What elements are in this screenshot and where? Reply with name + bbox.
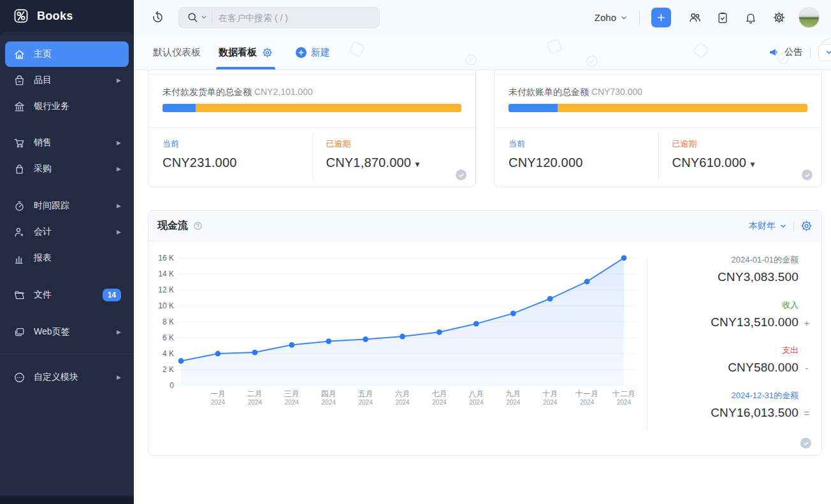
- unpaid-invoices-breakdown: 当前 CNY231.000 已逾期 CNY1,870.000▼: [148, 127, 475, 187]
- sidebar-item-items[interactable]: 品目 ▶: [5, 68, 129, 93]
- history-icon[interactable]: [150, 11, 164, 25]
- search-icon[interactable]: [186, 11, 199, 24]
- sidebar-item-home[interactable]: 主页: [5, 41, 129, 67]
- svg-text:4 K: 4 K: [163, 349, 174, 358]
- unpaid-bills-progress[interactable]: [509, 104, 807, 112]
- sidebar-item-documents[interactable]: 文件 14: [5, 282, 129, 308]
- collapse-panel-button[interactable]: [818, 44, 831, 61]
- help-question-icon[interactable]: [193, 221, 203, 231]
- tab-default-dashboard[interactable]: 默认仪表板: [144, 35, 210, 69]
- closing-balance-label: 2024-12-31的金额: [732, 390, 799, 401]
- documents-count-badge: 14: [103, 289, 121, 301]
- plus-circle-icon: [296, 47, 307, 58]
- bell-icon[interactable]: [744, 11, 758, 25]
- header-divider: [793, 221, 794, 231]
- overdue-label: 已逾期: [672, 138, 808, 150]
- gear-icon[interactable]: [772, 11, 786, 25]
- outgoing-value: CNY580.000: [728, 361, 798, 375]
- clipboard-check-icon[interactable]: [716, 11, 730, 25]
- svg-text:十二月: 十二月: [612, 389, 635, 398]
- menu-divider: [0, 354, 134, 354]
- books-logo-icon: [13, 8, 29, 24]
- purchases-bag-icon: [13, 162, 25, 175]
- announcements-label: 公告: [784, 47, 802, 58]
- sidebar-item-label: 文件: [34, 289, 52, 301]
- org-selector[interactable]: Zoho: [595, 12, 628, 23]
- outgoing-label: 支出: [782, 345, 798, 356]
- folder-icon: [13, 289, 25, 301]
- sidebar-item-label: 会计: [34, 226, 52, 238]
- card-top-divider: [148, 70, 476, 75]
- check-circle-icon[interactable]: [800, 438, 811, 449]
- overdue-value-dropdown[interactable]: CNY1,870.000▼: [326, 155, 462, 170]
- check-circle-icon[interactable]: [802, 169, 813, 180]
- search-divider: [212, 11, 212, 24]
- accountant-icon: [13, 226, 25, 238]
- svg-text:2024: 2024: [543, 399, 558, 406]
- card-top-divider: [494, 70, 822, 75]
- decor-shape: ✓: [586, 55, 598, 67]
- sidebar-item-reports[interactable]: 报表: [5, 245, 129, 271]
- sidebar-item-label: 采购: [34, 163, 52, 175]
- active-tab-underline: [216, 67, 275, 69]
- svg-text:2024: 2024: [285, 399, 300, 406]
- triangle-down-icon: ▼: [749, 160, 756, 169]
- opening-balance-label: 2024-01-01的金额: [732, 254, 799, 266]
- sidebar-item-accountant[interactable]: 会计 ▶: [5, 219, 129, 245]
- sidebar-item-purchases[interactable]: 采购 ▶: [5, 156, 129, 182]
- svg-text:2024: 2024: [506, 399, 521, 406]
- current-column: 当前 CNY120.000: [495, 128, 658, 187]
- opening-balance-value: CNY3,083.500: [718, 270, 798, 284]
- sidebar-item-banking[interactable]: 银行业务: [5, 94, 129, 119]
- overdue-column: 已逾期 CNY1,870.000▼: [312, 128, 476, 187]
- cart-icon: [13, 136, 25, 149]
- svg-text:2024: 2024: [395, 399, 410, 406]
- sidebar-item-custom-modules[interactable]: 自定义模块 ▶: [5, 364, 129, 390]
- announcements-button[interactable]: 公告: [769, 47, 802, 58]
- sidebar-footer-bar: [0, 496, 134, 504]
- svg-text:四月: 四月: [321, 389, 336, 398]
- plus-sign: +: [798, 317, 815, 328]
- tab-data-dashboard[interactable]: 数据看板: [210, 35, 282, 69]
- decor-shape: ✓: [465, 54, 477, 66]
- svg-text:2024: 2024: [580, 399, 595, 406]
- cashflow-body: 02 K4 K6 K8 K10 K12 K14 K16 K一月2024二月202…: [148, 241, 821, 455]
- check-circle-icon[interactable]: [456, 169, 466, 180]
- sidebar-item-web-tabs[interactable]: Web页签 ▶: [5, 319, 129, 345]
- chevron-right-icon: ▶: [117, 140, 121, 146]
- sidebar-item-sales[interactable]: 销售 ▶: [5, 130, 129, 155]
- avatar[interactable]: [798, 7, 820, 28]
- unpaid-bills-card: 未付款账单的总金额 CNY730.000 当前 CNY120.000: [494, 70, 822, 187]
- incoming-value: CNY13,510.000: [711, 315, 798, 329]
- sidebar-item-time-tracking[interactable]: 时间跟踪 ▶: [5, 193, 129, 219]
- column-divider: [312, 133, 313, 180]
- quick-create-button[interactable]: [651, 8, 671, 27]
- search-input[interactable]: [178, 7, 380, 28]
- svg-text:一月: 一月: [210, 389, 226, 398]
- cashflow-chart[interactable]: 02 K4 K6 K8 K10 K12 K14 K16 K一月2024二月202…: [152, 247, 649, 425]
- app-window: Books 主页 品目 ▶: [0, 0, 831, 504]
- sidebar-item-label: 主页: [34, 48, 52, 60]
- svg-text:10 K: 10 K: [158, 301, 174, 310]
- sidebar-item-label: 银行业务: [34, 101, 69, 112]
- tab-label: 默认仪表板: [153, 47, 201, 59]
- cashflow-settings-gear-icon[interactable]: [800, 220, 813, 232]
- svg-text:九月: 九月: [505, 389, 521, 398]
- app-logo[interactable]: Books: [0, 0, 134, 32]
- invoice-progress-current: [163, 104, 196, 112]
- new-dashboard-button[interactable]: 新建: [296, 47, 330, 59]
- unpaid-bills-total: CNY730.000: [591, 87, 642, 97]
- unpaid-bills-title: 未付款账单的总金额: [509, 87, 589, 97]
- sidebar-item-label: 自定义模块: [34, 371, 78, 383]
- period-selector[interactable]: 本财年: [749, 220, 787, 232]
- subnav-divider: [810, 47, 811, 58]
- current-value: CNY120.000: [509, 155, 644, 170]
- svg-text:三月: 三月: [284, 389, 300, 398]
- search-scope-chevron-icon[interactable]: [200, 13, 208, 21]
- svg-text:七月: 七月: [431, 389, 447, 398]
- dashboard-settings-gear-icon[interactable]: [262, 47, 273, 58]
- unpaid-invoices-progress[interactable]: [163, 104, 461, 112]
- users-icon[interactable]: [688, 11, 702, 25]
- overdue-value-dropdown[interactable]: CNY610.000▼: [672, 155, 808, 170]
- svg-text:2024: 2024: [248, 399, 263, 406]
